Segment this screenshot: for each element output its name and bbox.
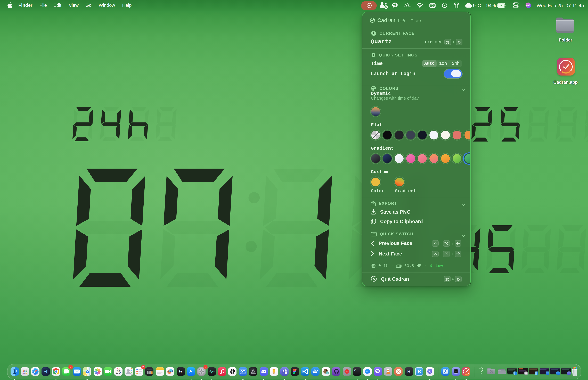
svg-text:CE: CE bbox=[326, 372, 328, 374]
svg-text:T: T bbox=[381, 4, 383, 7]
svg-text:T: T bbox=[283, 369, 284, 372]
svg-text:>_: >_ bbox=[428, 370, 431, 373]
